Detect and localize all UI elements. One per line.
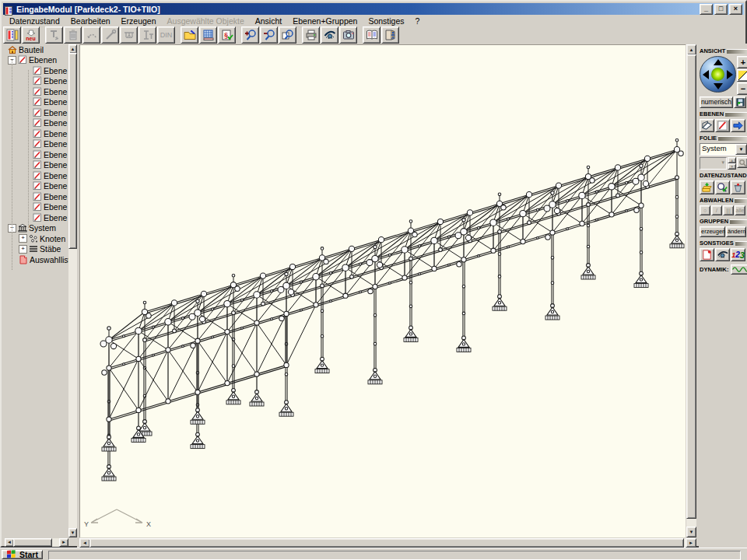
tree-item-auswahlliste[interactable]: Auswahlliste [5,254,68,265]
tree-item-ebene-2[interactable]: Ebene 2 [5,76,68,87]
scroll-up-icon[interactable]: ▲ [686,44,696,55]
rotate-up-icon[interactable] [714,59,723,65]
gruppe-erzeugen-button[interactable]: erzeugen [700,226,725,237]
rotate-left-icon[interactable] [703,70,709,79]
menu-datenzustand[interactable]: Datenzustand [4,16,65,26]
toolbar-ansicht-einstellungen-button[interactable] [321,26,338,44]
menu-bearbeiten[interactable]: Bearbeiten [65,16,116,26]
tree-item-knoten[interactable]: +Knoten [5,233,68,244]
expand-box-icon[interactable]: + [19,234,27,243]
toolbar-zoom-out-button[interactable] [260,26,278,44]
toolbar-zoom-in-button[interactable] [241,26,259,44]
svg-text:···: ··· [191,315,193,318]
project-tree: Bauteil−EbenenEbene 1Ebene 2Ebene 3Ebene… [5,44,68,537]
zoom-plus-button[interactable]: + [737,56,747,68]
datenzustand-laden-button[interactable] [700,180,714,194]
canvas-vscroll-thumb[interactable] [686,54,696,519]
view-center-glow[interactable] [711,68,724,81]
sichtbarkeit-button[interactable] [715,248,730,261]
start-button[interactable]: Start [2,550,43,559]
tree-item-ebene-11[interactable]: Ebene 11 [5,170,68,181]
tree-item-label: Auswahlliste [30,255,68,264]
menu-ebenen-gruppen[interactable]: Ebenen+Gruppen [287,16,363,26]
nummern-anzeigen-button[interactable]: 123 [731,248,745,261]
window-controls: _□× [700,4,742,15]
tree-item-ebene-4[interactable]: Ebene 4 [5,97,68,108]
save-view-button[interactable] [734,96,746,108]
tree-item-ebene-3[interactable]: Ebene 3 [5,86,68,97]
tree-vscroll-thumb[interactable] [68,53,77,249]
rotate-down-icon[interactable] [714,83,723,89]
auswahlliste-button[interactable] [700,248,714,261]
dynamik-button[interactable] [731,264,747,275]
svg-text:···: ··· [433,240,435,243]
tree-item-ebene-9[interactable]: Ebene 9 [5,149,68,160]
tree-item-ebene-7[interactable]: Ebene 7 [5,128,68,139]
tree-vertical-scrollbar[interactable]: ▲ ▼ [68,44,77,537]
folie-combobox[interactable]: System ▼ [700,143,747,156]
scroll-right-icon[interactable]: ► [59,538,68,547]
scroll-right-icon[interactable]: ► [686,538,696,548]
gruppe-aendern-button[interactable]: ändern [726,226,746,237]
chevron-down-icon[interactable]: ▼ [735,144,747,155]
toolbar-neu-button[interactable]: neu [22,26,40,44]
tree-item-system[interactable]: −System [5,223,68,234]
toolbar-erzeugen-werkzeug-button [45,26,63,44]
toolbar-zoom-fenster-button[interactable] [279,26,296,44]
tree-item-ebene-10[interactable]: Ebene 10 [5,160,68,171]
tree-item-ebene-8[interactable]: Ebene 8 [5,139,68,150]
view-rotate-pad[interactable] [700,56,736,93]
toolbar-bemessung-button[interactable] [199,26,217,44]
toolbar-bauteil-verwaltung-button[interactable] [3,26,21,44]
menu-ansicht[interactable]: Ansicht [250,16,287,26]
datenzustand-verwerfen-button[interactable] [731,180,745,194]
canvas-horizontal-scrollbar[interactable]: ◄ ► [79,538,696,548]
canvas-hscroll-thumb[interactable] [89,538,684,548]
tree-item-ebenen[interactable]: −Ebenen [5,55,68,66]
perspective-button[interactable] [737,69,747,82]
toolbar-bearbeiten-werkzeug-button [101,26,119,44]
toolbar-drucken-button[interactable] [302,26,320,44]
tree-item-ebene-13[interactable]: Ebene 13 [5,191,68,202]
toolbar-normen-button[interactable]: § [218,26,236,44]
tree-hscroll-thumb[interactable] [13,538,52,547]
wireframe-model[interactable]: ········································… [79,44,686,537]
zoom-minus-button[interactable]: − [737,82,747,95]
ebene-icon [33,66,42,75]
rotate-right-icon[interactable] [727,70,733,79]
load-tray-icon [701,182,713,194]
scroll-down-icon[interactable]: ▼ [68,528,77,537]
titlebar[interactable]: EingabeModul [Parkdeck2- TIO+TIIO] _□× [3,3,744,15]
tree-item-bauteil[interactable]: Bauteil [5,44,68,55]
svg-text:···: ··· [374,257,376,261]
tree-item-ebene-6[interactable]: Ebene 6 [5,118,68,129]
menu-erzeugen[interactable]: Erzeugen [116,16,162,26]
tree-item-ebene-5[interactable]: Ebene 5 [5,107,68,118]
model-canvas[interactable]: ········································… [79,44,686,537]
maximize-button[interactable]: □ [714,4,728,15]
toolbar-beenden-button[interactable] [381,26,399,44]
toolbar-schnappschuss-button[interactable] [339,26,357,44]
scroll-left-icon[interactable]: ◄ [79,538,90,548]
menu-[interactable]: ? [410,16,426,26]
canvas-vertical-scrollbar[interactable]: ▲ ▼ [686,44,696,537]
tree-item-ebene-14[interactable]: Ebene 14 [5,202,68,213]
ebene-weiter-button[interactable] [731,119,745,132]
ebene-bearbeiten-button[interactable] [715,119,730,132]
toolbar-datenzustand-laden-button[interactable] [181,26,198,44]
ebene-3d-button[interactable] [700,119,714,132]
expand-box-icon[interactable]: + [19,245,27,254]
toolbar-handbuch-button[interactable] [363,26,381,44]
tree-item-st-be[interactable]: +Stäbe [5,244,68,255]
datenzustand-pruefen-button[interactable] [715,180,730,194]
close-button[interactable]: × [729,4,742,15]
scroll-down-icon[interactable]: ▼ [686,527,696,537]
menu-sonstiges[interactable]: Sonstiges [363,16,409,26]
tree-item-ebene-1[interactable]: Ebene 1 [5,65,68,76]
minimize-button[interactable]: _ [700,4,713,15]
tree-item-label: Ebene 7 [44,129,68,138]
tree-horizontal-scrollbar[interactable]: ◄ ► [5,538,68,547]
tree-item-ebene-12[interactable]: Ebene 12 [5,181,68,192]
numerisch-button[interactable]: numerisch [700,96,733,108]
tree-item-ebene-15[interactable]: Ebene 15 [5,212,68,223]
